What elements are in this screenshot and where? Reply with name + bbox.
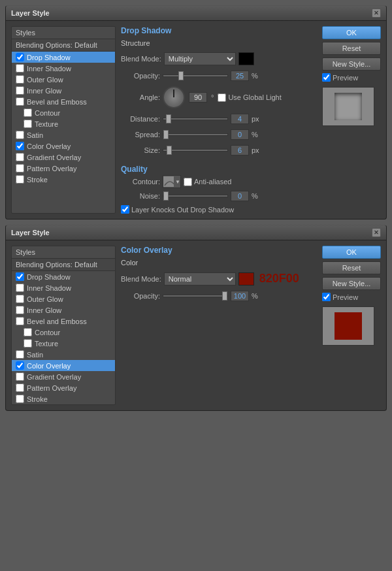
knock-out-label-1[interactable]: Layer Knocks Out Drop Shadow bbox=[121, 205, 317, 214]
opacity-value-1[interactable] bbox=[231, 71, 249, 81]
ok-button-2[interactable]: OK bbox=[322, 246, 381, 259]
style-label-stroke-2: Stroke bbox=[27, 395, 48, 403]
new-style-button-2[interactable]: New Style... bbox=[322, 277, 381, 290]
opacity-slider-2[interactable] bbox=[163, 295, 228, 297]
blend-mode-select-2[interactable]: Normal Multiply bbox=[164, 272, 236, 286]
noise-slider-1[interactable] bbox=[163, 195, 228, 197]
anti-alias-check-1[interactable] bbox=[184, 178, 192, 186]
style-item-inner-shadow-1[interactable]: Inner Shadow bbox=[12, 63, 115, 74]
style-check-pattern-overlay-2[interactable] bbox=[16, 383, 24, 392]
style-check-pattern-overlay-1[interactable] bbox=[16, 164, 24, 172]
size-value-1[interactable] bbox=[231, 145, 249, 155]
preview-label-2[interactable]: Preview bbox=[322, 293, 381, 301]
style-check-color-overlay-1[interactable] bbox=[16, 142, 24, 150]
style-check-gradient-overlay-2[interactable] bbox=[16, 372, 24, 381]
style-item-drop-shadow-1[interactable]: Drop Shadow bbox=[12, 52, 115, 63]
shadow-color-swatch-1[interactable] bbox=[238, 52, 254, 65]
opacity-value-2[interactable] bbox=[231, 291, 249, 301]
anti-alias-label-1[interactable]: Anti-aliased bbox=[184, 178, 231, 186]
contour-picker-1[interactable]: ▼ bbox=[163, 175, 181, 188]
style-check-drop-shadow-2[interactable] bbox=[16, 272, 24, 281]
global-light-check-1[interactable] bbox=[218, 93, 226, 102]
distance-value-1[interactable] bbox=[231, 114, 249, 124]
style-label-pattern-overlay-2: Pattern Overlay bbox=[27, 384, 76, 392]
opacity-unit-2: % bbox=[252, 292, 261, 300]
blending-options-2[interactable]: Blending Options: Default bbox=[12, 259, 115, 271]
style-label-color-overlay-1: Color Overlay bbox=[27, 142, 71, 150]
preview-check-1[interactable] bbox=[322, 73, 331, 82]
preview-label-1[interactable]: Preview bbox=[322, 73, 381, 82]
style-check-contour-1[interactable] bbox=[24, 108, 32, 117]
new-style-button-1[interactable]: New Style... bbox=[322, 57, 381, 71]
blend-mode-row-1: Blend Mode: Multiply Normal Screen bbox=[121, 52, 317, 65]
close-button-2[interactable]: ✕ bbox=[372, 228, 381, 237]
style-item-bevel-emboss-2[interactable]: Bevel and Emboss bbox=[12, 316, 115, 327]
styles-panel-2: Styles Blending Options: Default Drop Sh… bbox=[11, 246, 116, 405]
style-item-contour-1[interactable]: Contour bbox=[12, 107, 115, 118]
preview-box-2 bbox=[322, 306, 374, 346]
style-check-satin-1[interactable] bbox=[16, 131, 24, 139]
style-label-texture-2: Texture bbox=[35, 340, 58, 348]
style-item-texture-1[interactable]: Texture bbox=[12, 118, 115, 129]
knock-out-check-1[interactable] bbox=[121, 205, 129, 214]
blend-mode-select-1[interactable]: Multiply Normal Screen bbox=[164, 52, 236, 65]
angle-dial-1[interactable] bbox=[163, 86, 185, 108]
style-check-outer-glow-1[interactable] bbox=[16, 75, 24, 84]
style-check-bevel-emboss-1[interactable] bbox=[16, 97, 24, 106]
style-item-gradient-overlay-2[interactable]: Gradient Overlay bbox=[12, 371, 115, 382]
style-check-color-overlay-2[interactable] bbox=[16, 361, 24, 370]
spread-slider-1[interactable] bbox=[163, 133, 228, 136]
style-item-bevel-emboss-1[interactable]: Bevel and Emboss bbox=[12, 96, 115, 107]
style-item-gradient-overlay-1[interactable]: Gradient Overlay bbox=[12, 152, 115, 163]
reset-button-2[interactable]: Reset bbox=[322, 261, 381, 274]
style-check-inner-shadow-2[interactable] bbox=[16, 284, 24, 292]
style-label-bevel-emboss-1: Bevel and Emboss bbox=[27, 98, 87, 106]
style-check-satin-2[interactable] bbox=[16, 350, 24, 359]
global-light-label-1[interactable]: Use Global Light bbox=[218, 93, 281, 102]
style-check-bevel-emboss-2[interactable] bbox=[16, 317, 24, 325]
opacity-slider-1[interactable] bbox=[163, 74, 228, 77]
style-item-color-overlay-2[interactable]: Color Overlay bbox=[12, 360, 115, 371]
style-check-inner-shadow-1[interactable] bbox=[16, 64, 24, 73]
style-item-pattern-overlay-2[interactable]: Pattern Overlay bbox=[12, 382, 115, 393]
style-item-color-overlay-1[interactable]: Color Overlay bbox=[12, 140, 115, 152]
style-check-texture-2[interactable] bbox=[24, 339, 32, 348]
blending-options-1[interactable]: Blending Options: Default bbox=[12, 39, 115, 52]
style-check-stroke-1[interactable] bbox=[16, 175, 24, 184]
style-item-contour-2[interactable]: Contour bbox=[12, 327, 115, 338]
dialog-title-1: Layer Style bbox=[11, 9, 50, 17]
style-item-pattern-overlay-1[interactable]: Pattern Overlay bbox=[12, 163, 115, 174]
ok-button-1[interactable]: OK bbox=[322, 26, 381, 39]
reset-button-1[interactable]: Reset bbox=[322, 42, 381, 55]
style-check-outer-glow-2[interactable] bbox=[16, 295, 24, 303]
style-item-inner-shadow-2[interactable]: Inner Shadow bbox=[12, 282, 115, 293]
noise-value-1[interactable] bbox=[231, 191, 249, 201]
style-check-drop-shadow-1[interactable] bbox=[16, 53, 24, 61]
style-check-inner-glow-2[interactable] bbox=[16, 306, 24, 314]
style-item-inner-glow-2[interactable]: Inner Glow bbox=[12, 304, 115, 316]
style-item-inner-glow-1[interactable]: Inner Glow bbox=[12, 85, 115, 96]
style-check-stroke-2[interactable] bbox=[16, 395, 24, 403]
style-check-inner-glow-1[interactable] bbox=[16, 86, 24, 95]
style-item-outer-glow-2[interactable]: Outer Glow bbox=[12, 293, 115, 304]
distance-label-1: Distance: bbox=[121, 115, 160, 123]
style-check-contour-2[interactable] bbox=[24, 328, 32, 336]
close-button-1[interactable]: ✕ bbox=[372, 8, 381, 18]
style-item-outer-glow-1[interactable]: Outer Glow bbox=[12, 74, 115, 85]
style-item-stroke-1[interactable]: Stroke bbox=[12, 174, 115, 185]
style-item-texture-2[interactable]: Texture bbox=[12, 338, 115, 349]
style-item-satin-1[interactable]: Satin bbox=[12, 129, 115, 140]
preview-check-2[interactable] bbox=[322, 293, 331, 301]
overlay-color-swatch-2[interactable] bbox=[238, 272, 254, 286]
style-item-satin-2[interactable]: Satin bbox=[12, 349, 115, 360]
size-slider-1[interactable] bbox=[163, 149, 228, 152]
distance-slider-1[interactable] bbox=[163, 118, 228, 120]
angle-value-input-1[interactable] bbox=[189, 92, 207, 103]
style-check-texture-1[interactable] bbox=[24, 120, 32, 128]
style-check-gradient-overlay-1[interactable] bbox=[16, 153, 24, 161]
style-item-drop-shadow-2[interactable]: Drop Shadow bbox=[12, 271, 115, 282]
spread-value-1[interactable] bbox=[231, 129, 249, 140]
style-label-outer-glow-1: Outer Glow bbox=[27, 76, 63, 84]
style-label-texture-1: Texture bbox=[35, 120, 58, 128]
style-item-stroke-2[interactable]: Stroke bbox=[12, 393, 115, 404]
